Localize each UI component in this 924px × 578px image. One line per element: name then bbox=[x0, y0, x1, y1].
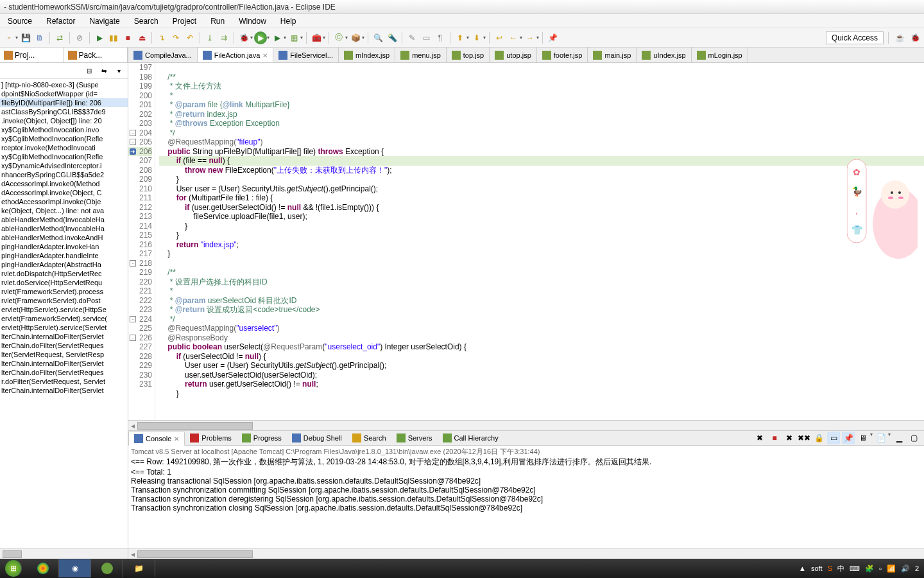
tab-progress[interactable]: Progress bbox=[237, 432, 287, 444]
menu-search[interactable]: Search bbox=[129, 15, 164, 27]
console-terminate-icon[interactable]: ■ bbox=[768, 432, 781, 444]
stack-frame[interactable]: ableHandlerMethod(InvocableHa bbox=[0, 215, 128, 224]
view-menu-icon[interactable]: ▾ bbox=[112, 64, 125, 77]
toggle-block-icon[interactable]: ▭ bbox=[420, 31, 432, 44]
open-type-icon[interactable]: 🔍 bbox=[372, 31, 384, 44]
show-whitespace-icon[interactable]: ¶ bbox=[434, 31, 447, 44]
code-area[interactable]: /** * 文件上传方法 * * @param file {@link Mult… bbox=[155, 63, 924, 420]
debug-stack-list[interactable]: ] [http-nio-8080-exec-3] (Suspedpoint$Ni… bbox=[0, 79, 128, 548]
line-number[interactable]: 228 bbox=[128, 352, 152, 362]
console-pin-icon[interactable]: 📌 bbox=[842, 432, 855, 444]
stack-frame[interactable]: lterChain.internalDoFilter(Servlet bbox=[0, 332, 128, 341]
console-scroll-lock-icon[interactable]: 🔒 bbox=[812, 432, 825, 444]
switch-icon[interactable]: ⇄ bbox=[53, 31, 66, 44]
stack-frame[interactable]: xy$CglibMethodInvocation(Refle bbox=[0, 134, 128, 143]
menu-project[interactable]: Project bbox=[167, 15, 201, 27]
menu-window[interactable]: Window bbox=[234, 15, 271, 27]
run-last-icon[interactable]: ▶ bbox=[271, 31, 284, 44]
line-number[interactable]: 206➜ bbox=[128, 147, 152, 157]
console-scrollbar-h[interactable]: ◂ bbox=[128, 548, 924, 559]
stack-frame[interactable]: ervlet(HttpServlet).service(Servlet bbox=[0, 323, 128, 332]
line-number[interactable]: 202 bbox=[128, 110, 152, 119]
line-number[interactable]: 225 bbox=[128, 324, 152, 333]
editor-scrollbar-h[interactable]: ◂ bbox=[128, 420, 924, 430]
line-number[interactable]: 223 bbox=[128, 305, 152, 315]
stack-frame[interactable]: rvlet.doService(HttpServletRequ bbox=[0, 278, 128, 287]
console-view[interactable]: Tomcat v8.5 Server at localhost [Apache … bbox=[128, 446, 924, 548]
console-remove-icon[interactable]: ✖ bbox=[783, 432, 796, 444]
console-open-icon[interactable]: 📄 bbox=[875, 432, 887, 444]
line-number[interactable]: 205- bbox=[128, 137, 152, 147]
step-into-icon[interactable]: ↴ bbox=[155, 31, 168, 44]
stack-frame[interactable]: lterChain.doFilter(ServletReques bbox=[0, 368, 128, 377]
line-number[interactable]: 216 bbox=[128, 240, 152, 250]
stack-frame[interactable]: ethodAccessorImpl.invoke(Obje bbox=[0, 197, 128, 206]
fold-marker-icon[interactable]: - bbox=[130, 130, 136, 136]
stack-frame[interactable]: xy$CglibMethodInvocation(Refle bbox=[0, 152, 128, 161]
editor-tab[interactable]: FileAction.java✕ bbox=[198, 48, 274, 63]
tab-problems[interactable]: Problems bbox=[185, 432, 236, 444]
toggle-mark-icon[interactable]: ✎ bbox=[406, 31, 418, 44]
view-tab-project[interactable]: Proj... bbox=[0, 48, 64, 62]
line-number[interactable]: 207 bbox=[128, 156, 152, 166]
menu-navigate[interactable]: Navigate bbox=[84, 15, 124, 27]
stack-frame[interactable]: .invoke(Object, Object[]) line: 20 bbox=[0, 116, 128, 125]
line-number[interactable]: 230 bbox=[128, 371, 152, 380]
line-number[interactable]: 200 bbox=[128, 91, 152, 101]
menu-help[interactable]: Help bbox=[275, 15, 302, 27]
menu-source[interactable]: Source bbox=[3, 15, 37, 27]
link-editor-icon[interactable]: ⇆ bbox=[98, 64, 110, 77]
line-number[interactable]: 231 bbox=[128, 380, 152, 389]
search-icon[interactable]: 🔦 bbox=[386, 31, 398, 44]
stack-frame[interactable]: rvlet(FrameworkServlet).doPost bbox=[0, 296, 128, 305]
line-number[interactable]: 229 bbox=[128, 361, 152, 371]
collapse-all-icon[interactable]: ⊟ bbox=[83, 64, 96, 77]
fold-marker-icon[interactable]: - bbox=[130, 139, 136, 145]
quick-access-input[interactable]: Quick Access bbox=[826, 31, 884, 44]
stack-frame[interactable]: nhancerBySpringCGLIB$$a5de2 bbox=[0, 170, 128, 179]
fold-marker-icon[interactable]: - bbox=[130, 335, 136, 341]
new-icon[interactable]: ▫ bbox=[3, 31, 15, 44]
editor-tab[interactable]: mLogin.jsp bbox=[692, 48, 748, 62]
stack-frame[interactable]: ableHandlerMethod(InvocableHa bbox=[0, 224, 128, 233]
line-number[interactable]: 220 bbox=[128, 277, 152, 287]
drop-frame-icon[interactable]: ⤓ bbox=[203, 31, 216, 44]
stack-frame[interactable]: fileByID(MultipartFile[]) line: 206 bbox=[0, 98, 128, 107]
skip-breakpoints-icon[interactable]: ⊘ bbox=[73, 31, 86, 44]
save-icon[interactable]: 💾 bbox=[19, 31, 32, 44]
line-number[interactable]: 226- bbox=[128, 333, 152, 343]
stack-frame[interactable]: ke(Object, Object...) line: not ava bbox=[0, 206, 128, 215]
pin-icon[interactable]: 📌 bbox=[546, 31, 559, 44]
new-java-class-icon[interactable]: Ⓒ bbox=[332, 31, 345, 44]
minimize-icon[interactable]: ▁ bbox=[893, 432, 905, 444]
annotation-next-icon[interactable]: ⬇ bbox=[470, 31, 483, 44]
stack-frame[interactable]: lterChain.doFilter(ServletReques bbox=[0, 341, 128, 350]
editor-tab[interactable]: uIndex.jsp bbox=[637, 48, 691, 62]
terminate-icon[interactable]: ■ bbox=[121, 31, 134, 44]
close-icon[interactable]: ✕ bbox=[174, 435, 179, 442]
editor-tab[interactable]: mIndex.jsp bbox=[339, 48, 395, 62]
stack-frame[interactable]: rvlet(FrameworkServlet).process bbox=[0, 287, 128, 296]
close-icon[interactable]: ✕ bbox=[262, 52, 268, 59]
stack-frame[interactable]: ] [http-nio-8080-exec-3] (Suspe bbox=[0, 80, 128, 89]
suspend-icon[interactable]: ▮▮ bbox=[107, 31, 120, 44]
line-number[interactable]: 211 bbox=[128, 193, 152, 203]
editor-tab[interactable]: FileServiceI... bbox=[273, 48, 339, 62]
stack-frame[interactable]: ervlet(HttpServlet).service(HttpSe bbox=[0, 305, 128, 314]
line-number[interactable]: 218- bbox=[128, 259, 152, 268]
line-number[interactable]: 203 bbox=[128, 119, 152, 128]
left-scrollbar-h[interactable] bbox=[0, 548, 128, 559]
maximize-icon[interactable]: ▢ bbox=[907, 432, 920, 444]
stack-frame[interactable]: dAccessorImpl.invoke(Object, C bbox=[0, 188, 128, 197]
tab-search[interactable]: Search bbox=[347, 432, 391, 444]
line-number[interactable]: 215 bbox=[128, 231, 152, 240]
console-remove-all-icon[interactable]: ✖✖ bbox=[798, 432, 810, 444]
stack-frame[interactable]: r.doFilter(ServletRequest, Servlet bbox=[0, 377, 128, 386]
line-number[interactable]: 208 bbox=[128, 166, 152, 175]
step-over-icon[interactable]: ↷ bbox=[169, 31, 182, 44]
console-clear-icon[interactable]: ✖ bbox=[753, 432, 766, 444]
line-number[interactable]: 217 bbox=[128, 249, 152, 259]
editor-body[interactable]: 197198199200201202203204-205-206➜2072082… bbox=[128, 63, 924, 420]
perspective-java-icon[interactable]: ☕ bbox=[893, 31, 906, 44]
stack-frame[interactable]: lter(ServletRequest, ServletResp bbox=[0, 350, 128, 359]
